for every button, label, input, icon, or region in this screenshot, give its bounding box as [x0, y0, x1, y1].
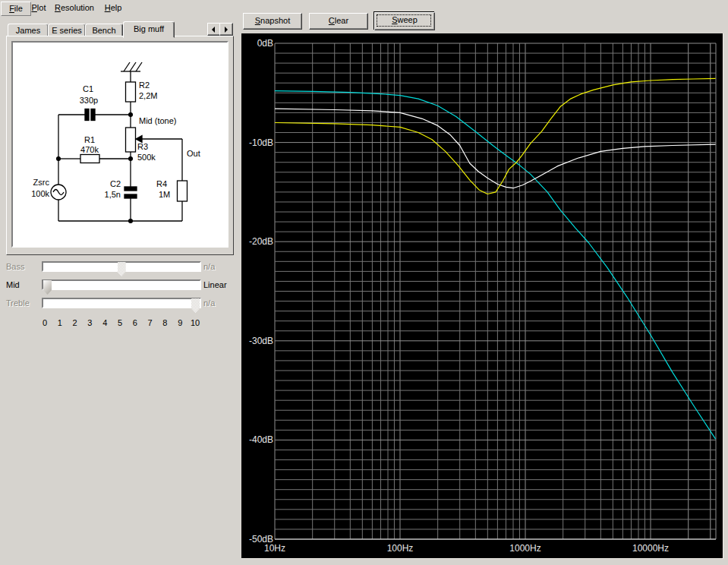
mid-tone-label: Mid (tone) [139, 116, 177, 125]
bass-label: Bass [6, 262, 39, 272]
resistor-r2-symbol [126, 82, 136, 102]
resistor-r1-symbol [80, 155, 99, 163]
out-label: Out [187, 149, 200, 158]
circuit-schematic-svg [13, 43, 224, 243]
y-tick--10dB: -10dB [241, 137, 273, 148]
mid-slider[interactable] [42, 279, 201, 290]
c1-value-label: 330p [76, 96, 102, 105]
scale-tick-6: 6 [133, 318, 137, 327]
mid-label: Mid [6, 280, 39, 290]
scale-tick-7: 7 [148, 318, 153, 327]
resistor-r4-symbol [178, 181, 188, 201]
tab-scroll-right-button[interactable] [219, 23, 233, 36]
snapshot-button[interactable]: Snapshot [243, 13, 302, 30]
y-tick-0dB: 0dB [241, 38, 273, 49]
treble-annotation: n/a [203, 298, 215, 308]
plot-canvas [241, 33, 723, 558]
chevron-left-icon [212, 27, 215, 33]
menu-help[interactable]: Help [97, 2, 129, 14]
scale-tick-5: 5 [118, 318, 122, 327]
scale-tick-8: 8 [162, 318, 167, 327]
y-tick--40dB: -40dB [241, 434, 273, 445]
scale-tick-4: 4 [102, 318, 107, 327]
c2-value-label: 1,5n [95, 190, 121, 199]
mid-annotation: Linear [203, 280, 227, 290]
r1-ref-label: R1 [79, 135, 100, 144]
zsrc-ref-label: Zsrc [27, 178, 49, 187]
junction-dots [57, 113, 133, 223]
bass-annotation: n/a [203, 262, 215, 272]
c2-ref-label: C2 [101, 179, 121, 188]
tab-big-muff[interactable]: Big muff [123, 21, 175, 38]
zsrc-value-label: 100k [24, 189, 49, 198]
focus-rectangle [377, 14, 431, 27]
y-tick--30dB: -30dB [241, 336, 273, 346]
big-muff-tab-page: C1 330p R2 2,2M Mid (tone) R3 500k Out R… [6, 36, 234, 255]
y-tick--20dB: -20dB [241, 236, 273, 247]
scale-tick-0: 0 [43, 318, 47, 327]
slider-scale: 012345678910 [0, 318, 228, 328]
treble-label: Treble [6, 298, 39, 308]
scale-tick-3: 3 [87, 318, 92, 327]
r2-ref-label: R2 [139, 80, 150, 90]
x-tick-100Hz: 100Hz [387, 543, 414, 554]
x-tick-10Hz: 10Hz [264, 543, 285, 554]
scale-tick-1: 1 [58, 318, 62, 327]
mid-slider-thumb[interactable] [43, 280, 52, 295]
r3-value-label: 500k [137, 153, 156, 162]
yellow-trace [275, 78, 716, 194]
r4-ref-label: R4 [156, 179, 167, 188]
potentiometer-r3-symbol [126, 128, 136, 152]
circuit-diagram: C1 330p R2 2,2M Mid (tone) R3 500k Out R… [11, 41, 228, 248]
treble-slider-thumb[interactable] [191, 298, 200, 313]
chevron-right-icon [225, 27, 228, 33]
bass-slider[interactable] [42, 261, 201, 272]
x-tick-10000Hz: 10000Hz [632, 543, 669, 554]
capacitor-c2-symbol [124, 187, 137, 191]
r2-value-label: 2,2M [139, 91, 157, 100]
scale-tick-10: 10 [191, 318, 200, 327]
c1-ref-label: C1 [78, 84, 98, 93]
capacitor-c1-symbol [85, 109, 89, 121]
scale-tick-2: 2 [73, 318, 77, 327]
ground-icon [121, 62, 142, 71]
white-trace [275, 109, 716, 188]
r3-ref-label: R3 [137, 142, 148, 151]
clear-button[interactable]: Clear [309, 13, 368, 30]
cyan-trace [275, 91, 716, 439]
bass-slider-thumb[interactable] [118, 262, 126, 276]
treble-slider[interactable] [42, 298, 201, 308]
menu-resolution[interactable]: Resolution [49, 2, 100, 14]
r1-value-label: 470k [77, 145, 102, 154]
scale-tick-9: 9 [178, 318, 182, 327]
frequency-response-plot: 0dB-10dB-20dB-30dB-40dB-50dB10Hz100Hz100… [241, 33, 723, 559]
r4-value-label: 1M [159, 190, 170, 199]
tone-stack-calculator-window: File Plot Resolution Help James E series… [0, 0, 728, 565]
sweep-button-frame: Sweep [373, 11, 434, 30]
x-tick-1000Hz: 1000Hz [509, 543, 540, 554]
